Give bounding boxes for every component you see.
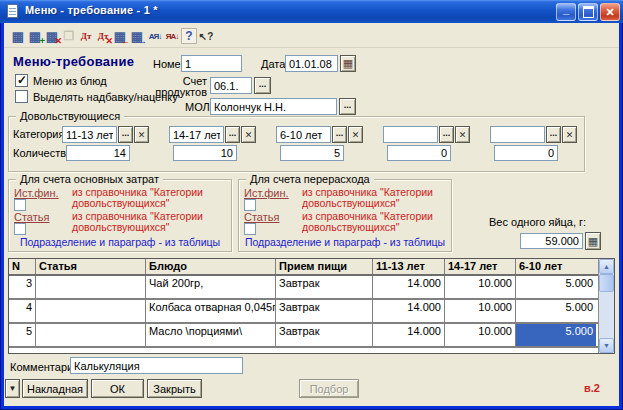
comment-input[interactable]: [70, 357, 243, 374]
product-account-input[interactable]: [210, 77, 252, 94]
overrun-fin-source-input[interactable]: [244, 199, 256, 211]
copy-row-icon[interactable]: +: [27, 28, 43, 44]
menu-from-dishes-checkbox[interactable]: [15, 74, 28, 87]
table-partial-row: [9, 348, 598, 351]
cell-article[interactable]: [36, 324, 146, 346]
category-input-1[interactable]: [62, 126, 117, 143]
allowance-group-title: Довольствующиеся: [16, 110, 124, 122]
postings-off-icon[interactable]: ✕: [95, 28, 111, 44]
calendar-button[interactable]: [340, 55, 356, 72]
close-form-button[interactable]: Закрыть: [147, 379, 202, 398]
quantity-input-4[interactable]: [387, 145, 451, 161]
delete-row-icon[interactable]: ✕: [44, 28, 60, 44]
copy-icon: [61, 28, 77, 44]
cell-meal[interactable]: Завтрак: [276, 276, 373, 298]
category-browse-button-4[interactable]: [439, 126, 454, 143]
category-browse-button-1[interactable]: [118, 126, 133, 143]
cell-n[interactable]: 3: [9, 276, 36, 298]
main-cost-group-title: Для счета основных затрат: [16, 173, 163, 185]
cell-article[interactable]: [36, 300, 146, 322]
cell-dish[interactable]: Колбаса отварная 0,045гр: [146, 300, 276, 322]
cell-11-13[interactable]: 14.000: [373, 324, 445, 346]
category-browse-button-3[interactable]: [332, 126, 347, 143]
mol-browse-button[interactable]: [339, 98, 356, 115]
mol-input[interactable]: [210, 98, 337, 115]
quantity-input-3[interactable]: [280, 145, 344, 161]
date-input[interactable]: [285, 55, 338, 72]
category-browse-button-2[interactable]: [225, 126, 240, 143]
main-fin-source-link[interactable]: Ист.фин.: [14, 187, 59, 199]
maximize-button[interactable]: [578, 3, 598, 21]
egg-weight-input[interactable]: [520, 233, 583, 249]
print-dropdown-button[interactable]: [5, 379, 20, 398]
table-row: 3 Чай 200гр, Завтрак 14.000 10.000 5.000: [9, 276, 598, 300]
category-input-3[interactable]: [276, 126, 331, 143]
minimize-button[interactable]: [556, 3, 576, 21]
window-title: Меню - требование - 1 *: [25, 4, 158, 16]
cell-n[interactable]: 4: [9, 300, 36, 322]
egg-weight-calc-button[interactable]: [585, 232, 601, 250]
cell-article[interactable]: [36, 276, 146, 298]
category-input-4[interactable]: [383, 126, 438, 143]
category-clear-button-4[interactable]: [455, 126, 470, 143]
quantity-input-5[interactable]: [494, 145, 558, 161]
overrun-article-input[interactable]: [244, 223, 256, 235]
main-article-link[interactable]: Статья: [14, 211, 49, 223]
category-input-5[interactable]: [490, 126, 545, 143]
new-row-icon[interactable]: [10, 28, 26, 44]
scroll-up-button[interactable]: [599, 259, 614, 274]
invoice-button[interactable]: Накладная: [22, 379, 88, 398]
category-label: Категория: [13, 128, 64, 140]
quantity-input-1[interactable]: [66, 145, 130, 161]
cell-14-17[interactable]: 10.000: [445, 276, 516, 298]
category-input-2[interactable]: [169, 126, 224, 143]
overrun-fin-source-link[interactable]: Ист.фин.: [244, 187, 289, 199]
document-window: Меню - требование - 1 * + ✕ ✕ ← → Меню-т…: [0, 0, 623, 410]
sort-asc-icon[interactable]: [147, 28, 163, 44]
context-help-icon[interactable]: [198, 28, 214, 44]
overrun-article-link[interactable]: Статья: [244, 211, 279, 223]
category-browse-button-5[interactable]: [546, 126, 561, 143]
markup-checkbox[interactable]: [15, 90, 28, 103]
cell-11-13[interactable]: 14.000: [373, 300, 445, 322]
col-header-meal: Прием пищи: [276, 259, 373, 274]
egg-weight-label: Вес одного яйца, г:: [489, 216, 586, 228]
close-button[interactable]: [600, 3, 620, 21]
cell-dish[interactable]: Масло \порциями\: [146, 324, 276, 346]
table-row: 5 Масло \порциями\ Завтрак 14.000 10.000…: [9, 324, 598, 348]
cell-11-13[interactable]: 14.000: [373, 276, 445, 298]
allowance-group: Довольствующиеся: [8, 116, 585, 172]
sort-desc-icon[interactable]: [164, 28, 180, 44]
main-fin-source-input[interactable]: [14, 199, 26, 211]
main-fin-source-note: из справочника "Категории довольствующих…: [72, 187, 227, 209]
category-clear-button-1[interactable]: [134, 126, 149, 143]
category-clear-button-2[interactable]: [241, 126, 256, 143]
postings-icon[interactable]: [78, 28, 94, 44]
table-vertical-scrollbar[interactable]: [598, 259, 614, 353]
cell-meal[interactable]: Завтрак: [276, 324, 373, 346]
cell-n[interactable]: 5: [9, 324, 36, 346]
enter-on-base-icon[interactable]: ←: [112, 28, 128, 44]
main-article-input[interactable]: [14, 223, 26, 235]
selected-cell-6-10[interactable]: 5.000: [516, 324, 596, 346]
cell-6-10[interactable]: 5.000: [516, 276, 596, 298]
date-label: Дата: [261, 58, 285, 70]
number-input[interactable]: [181, 55, 242, 72]
cell-14-17[interactable]: 10.000: [445, 300, 516, 322]
overrun-article-note: из справочника "Категории довольствующих…: [302, 211, 452, 233]
cell-meal[interactable]: Завтрак: [276, 300, 373, 322]
category-clear-button-3[interactable]: [348, 126, 363, 143]
quantity-input-2[interactable]: [173, 145, 237, 161]
product-account-browse-button[interactable]: [254, 77, 271, 94]
help-icon[interactable]: [181, 28, 197, 44]
cell-14-17[interactable]: 10.000: [445, 324, 516, 346]
category-clear-button-5[interactable]: [562, 126, 577, 143]
col-header-14-17: 14-17 лет: [445, 259, 516, 274]
scroll-down-button[interactable]: [599, 338, 614, 353]
cell-6-10[interactable]: 5.000: [516, 300, 596, 322]
ok-button[interactable]: ОК: [91, 379, 144, 398]
scrollbar-thumb[interactable]: [599, 274, 614, 292]
pick-button: Подбор: [299, 379, 359, 398]
cell-dish[interactable]: Чай 200гр,: [146, 276, 276, 298]
move-row-icon[interactable]: →: [129, 28, 145, 44]
